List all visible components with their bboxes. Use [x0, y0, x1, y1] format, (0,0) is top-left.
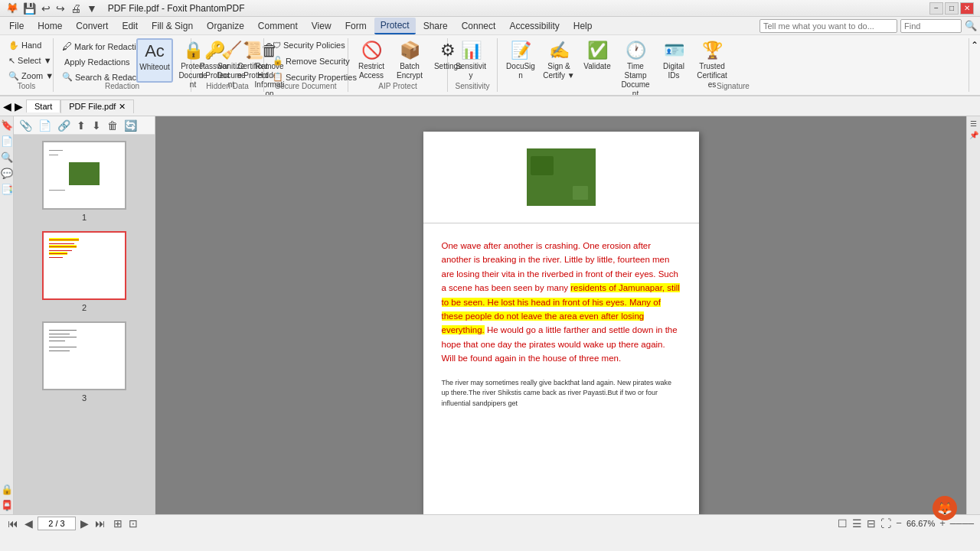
navigation-controls: ⏮ ◀ ▶ ⏭ — [6, 517, 107, 530]
fullscreen-button[interactable]: ⛶ — [880, 517, 891, 530]
security-policies-button[interactable]: 🛡 Security Policies — [269, 38, 361, 52]
panel-toggle-right[interactable]: ▶ — [15, 100, 23, 112]
menu-view[interactable]: View — [305, 18, 338, 34]
remove-security-button[interactable]: 🔓 Remove Security — [269, 54, 361, 68]
panel-tool-2[interactable]: 📄 — [36, 119, 54, 132]
qa-undo[interactable]: ↩ — [40, 2, 52, 15]
panel-tool-7[interactable]: 🔄 — [122, 119, 139, 132]
menu-file[interactable]: File — [3, 18, 30, 34]
qa-save[interactable]: 💾 — [21, 2, 38, 15]
foxit-chat-button[interactable]: 🦊 — [933, 496, 957, 514]
side-icon-search[interactable]: 🔍 — [1, 152, 13, 163]
content-area[interactable]: One wave after another is crashing. One … — [155, 116, 966, 514]
last-page-button[interactable]: ⏭ — [93, 517, 107, 530]
side-icon-lock[interactable]: 🔒 — [1, 484, 13, 495]
right-icon-1[interactable]: ☰ — [970, 119, 977, 128]
panel-tool-5[interactable]: ⬇ — [90, 119, 103, 132]
search-redact-icon: 🔍 — [62, 72, 73, 82]
panel-toolbar: 📎 📄 🔗 ⬆ ⬇ 🗑 🔄 — [14, 116, 155, 135]
select-tool-button[interactable]: ↖ Select ▼ — [5, 54, 57, 68]
menu-help[interactable]: Help — [567, 18, 599, 34]
side-icon-bookmark[interactable]: 🔖 — [1, 119, 13, 131]
minimize-button[interactable]: − — [929, 2, 943, 15]
sensitivity-button[interactable]: 📊 Sensitivity — [452, 38, 489, 83]
page-input[interactable] — [38, 517, 76, 530]
sign-certify-button[interactable]: ✍ Sign & Certify ▼ — [541, 38, 577, 83]
doc-tab-start[interactable]: Start — [26, 99, 60, 112]
doc-tab-pdf[interactable]: PDF File.pdf ✕ — [60, 99, 134, 113]
sign-certify-label: Sign & Certify ▼ — [543, 62, 575, 80]
right-icon-2[interactable]: 📌 — [969, 131, 978, 139]
menu-comment[interactable]: Comment — [252, 18, 304, 34]
page-number-3: 3 — [82, 393, 87, 403]
apply-redactions-button[interactable]: Apply Redactions — [58, 55, 135, 69]
menu-form[interactable]: Form — [339, 18, 373, 34]
validate-button[interactable]: ✅ Validate — [579, 38, 616, 83]
thumb-content-1: ▬▬▬▬▬▬ ▬▬▬▬ ▬▬▬▬▬▬▬ — [44, 142, 125, 208]
panel-tool-4[interactable]: ⬆ — [74, 119, 88, 132]
side-icon-pages[interactable]: 📄 — [1, 135, 13, 147]
fit-page-button[interactable]: ⊡ — [129, 517, 138, 530]
close-button[interactable]: ✕ — [960, 2, 974, 15]
two-page-view-button[interactable]: ⊟ — [867, 517, 876, 530]
password-protect-button[interactable]: 🔑 Password Protect — [196, 38, 233, 83]
toolbar-group-signature: 📝 DocuSign ✍ Sign & Certify ▼ ✅ Validate… — [498, 38, 969, 92]
menu-connect[interactable]: Connect — [456, 18, 502, 34]
page-number-2: 2 — [82, 303, 87, 312]
hand-tool-button[interactable]: ✋ Hand — [5, 38, 57, 53]
panel-tool-1[interactable]: 📎 — [17, 119, 34, 132]
qa-more[interactable]: ▼ — [85, 2, 99, 15]
digital-ids-button[interactable]: 🪪 Digital IDs — [655, 38, 692, 83]
find-input[interactable] — [900, 19, 962, 33]
continuous-view-button[interactable]: ☰ — [852, 517, 862, 530]
qa-redo[interactable]: ↪ — [54, 2, 67, 15]
restrict-label: Restrict Access — [355, 62, 387, 80]
side-icon-comments[interactable]: 💬 — [1, 168, 13, 179]
menu-edit[interactable]: Edit — [116, 18, 144, 34]
docusign-label: DocuSign — [505, 62, 537, 80]
page-thumb-2[interactable]: ▬▬▬▬▬▬▬▬▬▬▬▬▬ ▬▬▬▬▬▬▬▬▬▬▬ ▬▬▬▬▬▬▬▬▬▬▬▬ ▬… — [42, 231, 126, 312]
panel-tool-6[interactable]: 🗑 — [105, 119, 120, 132]
menu-accessibility[interactable]: Accessibility — [503, 18, 565, 34]
first-page-button[interactable]: ⏮ — [6, 517, 20, 530]
single-page-view-button[interactable]: ☐ — [838, 517, 848, 530]
qa-print[interactable]: 🖨 — [69, 2, 83, 15]
side-icon-layers[interactable]: 📑 — [1, 184, 13, 195]
page-thumb-3[interactable]: ▬▬▬▬▬▬▬▬▬▬▬▬ ▬▬▬▬▬▬▬▬▬ ▬▬▬▬▬▬▬▬▬▬▬▬ ▬▬▬▬… — [42, 321, 126, 403]
next-page-button[interactable]: ▶ — [79, 517, 90, 530]
tab-pdf-label: PDF File.pdf — [69, 102, 116, 111]
fit-width-button[interactable]: ⊞ — [113, 517, 122, 530]
page-thumb-1[interactable]: ▬▬▬▬▬▬ ▬▬▬▬ ▬▬▬▬▬▬▬ 1 — [42, 141, 126, 222]
menu-protect[interactable]: Protect — [374, 18, 416, 34]
prev-page-button[interactable]: ◀ — [23, 517, 34, 530]
tab-close-icon[interactable]: ✕ — [119, 102, 126, 112]
panel-tool-3[interactable]: 🔗 — [55, 119, 73, 132]
quick-access-toolbar: 💾 ↩ ↪ 🖨 ▼ — [21, 2, 99, 15]
menu-organize[interactable]: Organize — [201, 18, 250, 34]
status-right: ☐ ☰ ⊟ ⛶ − 66.67% + ──── — [838, 517, 974, 530]
maximize-button[interactable]: □ — [945, 2, 959, 15]
menu-share[interactable]: Share — [417, 18, 454, 34]
batch-encrypt-button[interactable]: 📦 Batch Encrypt — [391, 38, 428, 83]
sensitivity-label: Sensitivity — [455, 62, 487, 80]
ribbon-toolbar: ✋ Hand ↖ Select ▼ 🔍 Zoom ▼ Tools 🖊 Mark … — [0, 35, 980, 96]
search-input[interactable] — [760, 19, 897, 33]
docusign-button[interactable]: 📝 DocuSign — [502, 38, 539, 83]
pdf-small-paragraph: The river may sometimes really give back… — [442, 378, 681, 409]
window-controls[interactable]: − □ ✕ — [929, 2, 974, 15]
restrict-icon: 🚫 — [361, 42, 382, 59]
ribbon-collapse[interactable]: ⌃ — [969, 38, 980, 92]
zoom-slider[interactable]: ──── — [950, 519, 974, 528]
menu-convert[interactable]: Convert — [70, 18, 114, 34]
toolbar-group-hidden-data: 🔑 Password Protect 📜 Certificate Protect… — [191, 38, 264, 92]
restrict-access-button[interactable]: 🚫 Restrict Access — [353, 38, 390, 83]
password-label: Password Protect — [198, 62, 230, 80]
panel-toggle-left[interactable]: ◀ — [3, 100, 11, 112]
menu-fill-sign[interactable]: Fill & Sign — [145, 18, 199, 34]
side-icon-stamp[interactable]: 📮 — [1, 500, 13, 511]
whiteout-button[interactable]: Ac Whiteout — [136, 38, 173, 83]
zoom-out-button[interactable]: − — [896, 517, 902, 529]
menu-home[interactable]: Home — [31, 18, 68, 34]
mark-for-redaction-button[interactable]: 🖊 Mark for Redaction ▼ — [58, 38, 135, 54]
find-icon[interactable]: 🔍 — [965, 20, 977, 31]
